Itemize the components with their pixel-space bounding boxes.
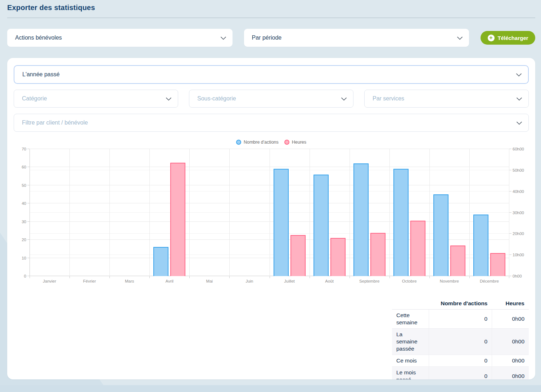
y-axis-label-left: 40 [22, 201, 26, 206]
plus-circle-icon: + [488, 35, 495, 41]
summary-row: Le mois passé00h00 [392, 367, 529, 380]
x-axis-label: Octobre [402, 279, 417, 283]
summary-heures-value: 0h00 [492, 329, 529, 355]
services-select[interactable]: Par services [364, 90, 529, 108]
y-axis-label-right: 0h00 [513, 274, 522, 278]
y-axis-label-right: 60h00 [513, 147, 524, 151]
summary-table: Nombre d'actions Heures Cette semaine00h… [392, 298, 529, 379]
bar-group-1 [30, 149, 69, 276]
summary-row-label: La semaine passée [392, 329, 429, 355]
y-axis-label-right: 30h00 [513, 211, 524, 215]
bar-group-8 [310, 149, 350, 276]
client-filter-placeholder: Filtre par client / bénévole [22, 120, 88, 126]
chevron-down-icon [220, 34, 226, 40]
chevron-down-icon [457, 34, 463, 40]
bar-series0-month10 [393, 169, 409, 276]
bar-group-6 [229, 149, 269, 276]
bar-series1-month8 [330, 238, 346, 276]
statistics-card: L'année passé Catégorie Sous-catégorie P… [7, 58, 535, 379]
summary-row-label: Ce mois [392, 355, 429, 367]
x-axis-label: Avril [166, 279, 173, 283]
x-axis-label: Juin [245, 279, 253, 283]
chart-plot [30, 149, 509, 276]
y-axis-label-right: 50h00 [513, 168, 524, 172]
chevron-down-icon [517, 119, 522, 125]
bar-group-5 [189, 149, 229, 276]
summary-row-label: Le mois passé [392, 367, 429, 380]
summary-row-label: Cette semaine [392, 310, 429, 329]
filters-row: Catégorie Sous-catégorie Par services [14, 90, 529, 108]
subcategory-select[interactable]: Sous-catégorie [189, 90, 353, 108]
summary-header-heures: Heures [492, 298, 529, 310]
client-volunteer-filter-select[interactable]: Filtre par client / bénévole [14, 114, 529, 132]
bar-series1-month12 [490, 253, 505, 276]
y-axis-label-right: 40h00 [513, 189, 524, 194]
summary-heures-value: 0h00 [492, 355, 529, 367]
page-title: Exporter des statistiques [7, 4, 535, 12]
summary-row: Ce mois00h00 [392, 355, 529, 367]
summary-row: La semaine passée00h00 [392, 329, 529, 355]
summary-header-empty [392, 298, 429, 310]
download-button[interactable]: + Télécharger [481, 31, 535, 45]
chevron-down-icon [166, 95, 172, 101]
period-select-value: L'année passé [22, 71, 60, 78]
toolbar: Actions bénévoles Par période + Téléchar… [7, 29, 535, 47]
summary-actions-value: 0 [429, 310, 492, 329]
category-placeholder: Catégorie [22, 95, 47, 102]
y-axis-right: 0h0010h0020h0030h0040h0050h0060h00 [509, 149, 529, 276]
page: Exporter des statistiques Actions bénévo… [0, 4, 541, 379]
legend-swatch-blue-circle-icon [236, 140, 241, 145]
bar-series0-month12 [473, 215, 488, 276]
y-axis-label-left: 50 [22, 183, 26, 188]
y-axis-label-left: 10 [22, 256, 26, 260]
x-axis-label: Novembre [440, 279, 459, 283]
bar-series0-month11 [433, 194, 448, 276]
y-axis-label-left: 70 [22, 147, 26, 151]
summary-header-row: Nombre d'actions Heures [392, 298, 529, 310]
bar-series1-month7 [290, 235, 306, 276]
summary-header-actions: Nombre d'actions [429, 298, 492, 310]
summary-actions-value: 0 [429, 329, 492, 355]
summary-table-body: Cette semaine00h00La semaine passée00h00… [392, 310, 529, 380]
background-bottom-strip [0, 385, 541, 392]
period-select[interactable]: L'année passé [14, 65, 529, 84]
x-axis-label: Septembre [359, 279, 379, 283]
x-axis-label: Mars [125, 279, 134, 283]
statistic-type-value: Actions bénévoles [15, 35, 62, 41]
y-axis-label-right: 10h00 [513, 253, 524, 257]
bar-series1-month4 [170, 163, 185, 276]
bar-group-12 [469, 149, 509, 276]
bar-chart: 010203040506070 0h0010h0020h0030h0040h00… [14, 149, 529, 276]
bar-series0-month8 [314, 175, 329, 276]
x-axis-label: Juillet [284, 279, 294, 283]
summary-heures-value: 0h00 [492, 367, 529, 380]
legend-swatch-pink-circle-icon [284, 140, 289, 145]
bar-series0-month7 [274, 169, 289, 276]
chevron-down-icon [341, 95, 347, 101]
x-axis-labels: JanvierFévrierMarsAvrilMaiJuinJuilletAoû… [30, 278, 509, 287]
y-axis-label-left: 30 [22, 220, 26, 224]
summary-table-head: Nombre d'actions Heures [392, 298, 529, 310]
statistic-type-select[interactable]: Actions bénévoles [7, 29, 233, 47]
bar-group-3 [109, 149, 149, 276]
summary-actions-value: 0 [429, 355, 492, 367]
category-select[interactable]: Catégorie [14, 90, 178, 108]
subcategory-placeholder: Sous-catégorie [197, 95, 236, 102]
title-divider [7, 18, 535, 18]
report-mode-value: Par période [252, 35, 282, 41]
x-axis-label: Décembre [480, 279, 499, 283]
bar-group-9 [350, 149, 389, 276]
legend-item-actions[interactable]: Nombre d'actions [236, 140, 279, 145]
x-axis-label: Mai [206, 279, 213, 283]
bar-series1-month11 [450, 245, 465, 276]
bar-group-4 [149, 149, 189, 276]
download-button-label: Télécharger [498, 35, 528, 41]
summary-actions-value: 0 [429, 367, 492, 380]
legend-item-heures[interactable]: Heures [284, 140, 306, 145]
report-mode-select[interactable]: Par période [244, 29, 469, 47]
x-axis-label: Février [83, 279, 96, 283]
chart-legend: Nombre d'actions Heures [14, 138, 529, 146]
bar-series0-month4 [153, 247, 168, 276]
services-placeholder: Par services [373, 95, 404, 102]
legend-label-actions: Nombre d'actions [244, 140, 279, 145]
